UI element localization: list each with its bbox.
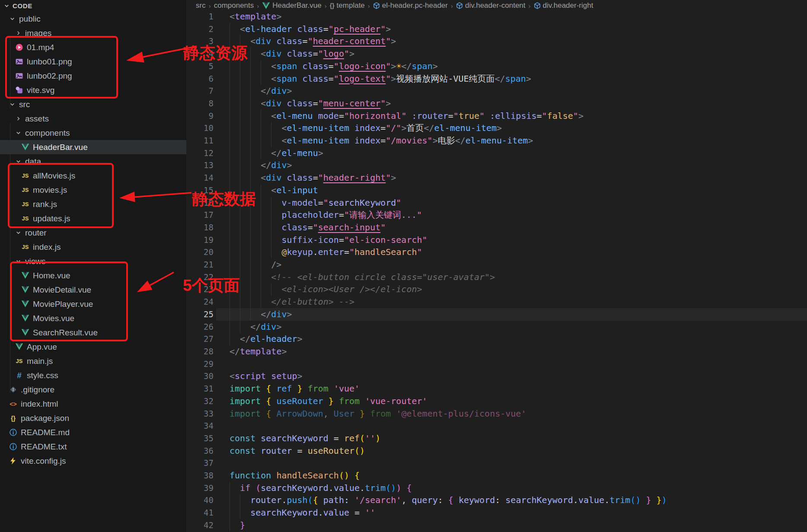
explorer-item-label: README.md <box>21 428 70 437</box>
indent-guide <box>250 48 251 60</box>
indent-guide <box>230 147 230 159</box>
indent-guide <box>240 308 240 321</box>
code-line: 41 searchKeyword.value = '' <box>186 507 807 519</box>
line-number: 17 <box>186 209 214 221</box>
vue-icon <box>21 143 30 152</box>
code-area[interactable]: 1<template>2 <el-header class="pc-header… <box>186 10 807 532</box>
explorer-item-lunbo02-png[interactable]: lunbo02.png <box>0 69 186 83</box>
indent-guide <box>240 110 240 122</box>
indent-guide <box>261 110 261 122</box>
explorer-item-router[interactable]: router <box>0 226 186 240</box>
explorer-item-style-css[interactable]: #style.css <box>0 368 186 382</box>
breadcrumb-item-components[interactable]: components <box>214 1 254 10</box>
explorer-section-header[interactable]: CODE <box>0 0 186 12</box>
explorer-item-public[interactable]: public <box>0 12 186 26</box>
breadcrumb-item-el-header-pc-header[interactable]: el-header.pc-header <box>373 1 448 10</box>
explorer-item-01-mp4[interactable]: 01.mp4 <box>0 40 186 54</box>
explorer-item-main-js[interactable]: JSmain.js <box>0 354 186 368</box>
vue-icon <box>21 285 30 294</box>
breadcrumb-item-src[interactable]: src <box>196 1 206 10</box>
explorer-item-label: SearchResult.vue <box>33 328 98 338</box>
explorer-item-movies-vue[interactable]: Movies.vue <box>0 311 186 325</box>
breadcrumb-item-template[interactable]: {}template <box>330 1 365 10</box>
explorer-item-data[interactable]: data <box>0 154 186 169</box>
code-line: 15 <el-input <box>186 184 807 197</box>
explorer-item-components[interactable]: components <box>0 126 186 140</box>
indent-guide <box>250 296 251 308</box>
explorer-item-movieplayer-vue[interactable]: MoviePlayer.vue <box>0 297 186 311</box>
line-number: 21 <box>186 258 214 271</box>
explorer-item-readme-txt[interactable]: README.txt <box>0 440 186 454</box>
code-line-text: searchKeyword.value = '' <box>230 507 375 519</box>
indent-guide <box>230 234 230 246</box>
explorer-item-readme-md[interactable]: README.md <box>0 425 186 440</box>
indent-guide <box>240 97 240 110</box>
explorer-item-label: updates.js <box>33 214 70 223</box>
editor-pane[interactable]: src›components›HeaderBar.vue›{}template›… <box>186 0 807 532</box>
breadcrumb-item-div-header-content[interactable]: div.header-content <box>456 1 526 10</box>
explorer-item-lunbo01-png[interactable]: lunbo01.png <box>0 54 186 69</box>
explorer-item-updates-js[interactable]: JSupdates.js <box>0 211 186 226</box>
explorer-item-src[interactable]: src <box>0 97 186 111</box>
explorer-item-assets[interactable]: assets <box>0 111 186 126</box>
indent-guide <box>261 197 261 209</box>
explorer-item-moviedetail-vue[interactable]: MovieDetail.vue <box>0 283 186 297</box>
code-line-text: <el-menu-item index="/movies">电影</el-men… <box>230 134 533 147</box>
indent-guide <box>250 246 251 258</box>
explorer-item-label: components <box>25 128 70 138</box>
explorer-item-label: data <box>25 157 41 166</box>
explorer-item-app-vue[interactable]: App.vue <box>0 340 186 354</box>
line-number: 27 <box>186 333 214 345</box>
breadcrumb-item-label: src <box>196 1 206 10</box>
explorer-item-label: MoviePlayer.vue <box>33 299 93 309</box>
code-line: 30<script setup> <box>186 370 807 382</box>
explorer-item-label: lunbo01.png <box>27 57 72 67</box>
explorer-item-searchresult-vue[interactable]: SearchResult.vue <box>0 325 186 340</box>
explorer-item-label: index.js <box>33 242 61 252</box>
explorer-item-vite-svg[interactable]: vite.svg <box>0 83 186 97</box>
explorer-item-allmovies-js[interactable]: JSallMovies.js <box>0 169 186 183</box>
indent-guide <box>230 246 230 258</box>
indent-guide <box>240 283 240 296</box>
indent-guide <box>230 333 230 345</box>
js-icon: JS <box>15 357 24 366</box>
code-line-text: <el-icon><User /></el-icon> <box>230 283 422 296</box>
breadcrumb-item-div-header-right[interactable]: div.header-right <box>534 1 593 10</box>
line-number: 1 <box>186 10 214 23</box>
indent-guide <box>230 85 230 97</box>
explorer-item-index-html[interactable]: <>index.html <box>0 397 186 411</box>
explorer-item-home-vue[interactable]: Home.vue <box>0 268 186 283</box>
explorer-item-vite-config-js[interactable]: vite.config.js <box>0 454 186 468</box>
explorer-item-package-json[interactable]: {}package.json <box>0 411 186 425</box>
indent-guide <box>230 507 230 519</box>
chevron-down-icon <box>15 158 22 165</box>
indent-guide <box>230 482 230 494</box>
breadcrumb-separator: › <box>325 2 327 10</box>
indent-guide <box>250 73 251 85</box>
explorer-item-label: index.html <box>21 399 58 409</box>
line-number: 2 <box>186 23 214 35</box>
explorer-item--gitignore[interactable]: .gitignore <box>0 382 186 397</box>
indent-guide <box>261 147 261 159</box>
indent-guide <box>240 258 240 271</box>
indent-guide <box>240 296 240 308</box>
explorer-item-headerbar-vue[interactable]: HeaderBar.vue <box>0 140 186 154</box>
breadcrumb-item-label: HeaderBar.vue <box>272 1 321 10</box>
indent-guide <box>240 172 240 184</box>
explorer-item-views[interactable]: views <box>0 254 186 268</box>
code-line: 2 <el-header class="pc-header"> <box>186 23 807 35</box>
info-icon <box>9 442 18 451</box>
code-line: 38function handleSearch() { <box>186 469 807 482</box>
breadcrumb-item-headerbar-vue[interactable]: HeaderBar.vue <box>262 1 321 10</box>
code-line-text: function handleSearch() { <box>230 469 360 482</box>
explorer-item-movies-js[interactable]: JSmovies.js <box>0 183 186 197</box>
explorer-item-rank-js[interactable]: JSrank.js <box>0 197 186 211</box>
js-icon: JS <box>21 200 30 209</box>
explorer-item-index-js[interactable]: JSindex.js <box>0 240 186 254</box>
indent-guide <box>230 110 230 122</box>
indent-guide <box>271 122 271 134</box>
indent-guide <box>250 271 251 284</box>
explorer-item-images[interactable]: images <box>0 26 186 40</box>
line-number: 6 <box>186 73 214 85</box>
line-number: 20 <box>186 246 214 258</box>
